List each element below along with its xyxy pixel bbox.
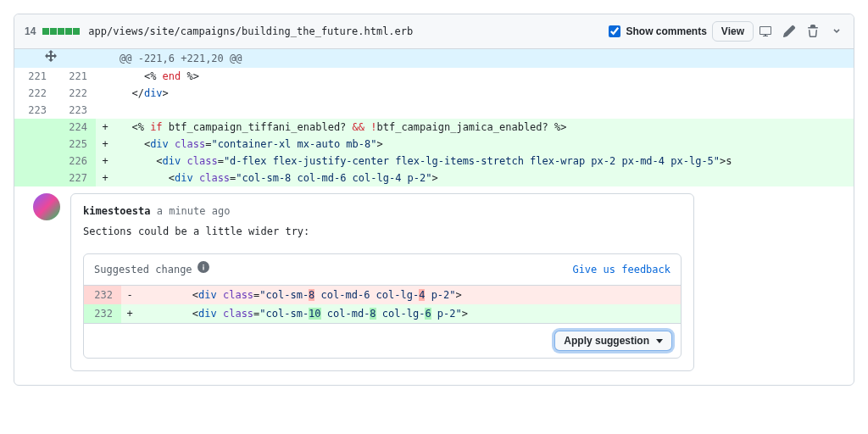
code-cell: <% if btf_campaign_tiffani_enabled? && !… — [114, 119, 854, 136]
hunk-header-row: @@ -221,6 +221,20 @@ — [14, 49, 854, 68]
avatar[interactable] — [33, 193, 60, 220]
code-cell: <div class="col-sm-10 col-md-8 col-lg-6 … — [138, 304, 681, 323]
line-number-new[interactable]: 224 — [55, 119, 96, 136]
code-cell: <div class="container-xl mx-auto mb-8"> — [114, 136, 854, 153]
file-container: 14 app/views/site/campaigns/building_the… — [14, 14, 854, 386]
line-number-old[interactable] — [14, 136, 55, 153]
suggestion-removed-line: 232- <div class="col-sm-8 col-md-6 col-l… — [84, 286, 681, 304]
line-number: 232 — [84, 286, 121, 304]
line-number-new[interactable]: 225 — [55, 136, 96, 153]
change-count: 14 — [25, 25, 36, 37]
code-cell: <div class="col-sm-8 col-md-6 col-lg-4 p… — [138, 286, 681, 304]
diff-marker — [96, 68, 114, 85]
expand-hunk-button[interactable] — [14, 49, 96, 68]
apply-suggestion-label: Apply suggestion — [564, 335, 649, 347]
show-comments-label: Show comments — [626, 25, 707, 37]
line-number-new[interactable]: 226 — [55, 153, 96, 170]
diff-stat-bar — [42, 28, 80, 35]
feedback-link[interactable]: Give us feedback — [572, 261, 670, 278]
diff-line-context: 222222 </div> — [14, 85, 854, 102]
chevron-down-icon — [656, 339, 663, 343]
code-cell: <% end %> — [114, 68, 854, 85]
diff-marker — [96, 85, 114, 102]
apply-suggestion-button[interactable]: Apply suggestion — [554, 331, 672, 351]
diff-line-addition: 225+ <div class="container-xl mx-auto mb… — [14, 136, 854, 153]
diff-marker — [96, 102, 114, 119]
file-header: 14 app/views/site/campaigns/building_the… — [14, 14, 854, 49]
diff-table: @@ -221,6 +221,20 @@ 221221 <% end %>222… — [14, 49, 854, 186]
line-number-new[interactable]: 227 — [55, 170, 96, 186]
file-path[interactable]: app/views/site/campaigns/building_the_fu… — [88, 25, 413, 37]
review-comment: kimestoesta a minute ago Sections could … — [70, 193, 694, 371]
code-cell — [114, 102, 854, 119]
line-number: 232 — [84, 304, 121, 323]
suggestion-diff: 232- <div class="col-sm-8 col-md-6 col-l… — [84, 286, 681, 323]
line-number-old[interactable] — [14, 170, 55, 186]
diff-line-addition: 224+ <% if btf_campaign_tiffani_enabled?… — [14, 119, 854, 136]
diff-marker: + — [96, 136, 114, 153]
diff-line-addition: 226+ <div class="d-flex flex-justify-cen… — [14, 153, 854, 170]
diff-marker: + — [96, 153, 114, 170]
diff-marker: + — [96, 119, 114, 136]
suggested-change: Suggested change Give us feedback 232- <… — [83, 253, 682, 359]
line-number-new[interactable]: 222 — [55, 85, 96, 102]
code-cell: <div class="d-flex flex-justify-center f… — [114, 153, 854, 170]
comment-time[interactable]: a minute ago — [157, 205, 231, 217]
code-cell: </div> — [114, 85, 854, 102]
comment-container-row: kimestoesta a minute ago Sections could … — [14, 186, 854, 385]
line-number-new[interactable]: 221 — [55, 68, 96, 85]
display-icon[interactable] — [759, 25, 772, 38]
line-number-old[interactable]: 221 — [14, 68, 55, 85]
suggestion-added-line: 232+ <div class="col-sm-10 col-md-8 col-… — [84, 304, 681, 323]
line-number-old[interactable]: 222 — [14, 85, 55, 102]
comment-body: Sections could be a little wider try: — [71, 220, 693, 250]
comment-author[interactable]: kimestoesta — [83, 205, 150, 217]
diff-line-context: 223223 — [14, 102, 854, 119]
pencil-icon[interactable] — [782, 25, 796, 38]
line-number-old[interactable] — [14, 119, 55, 136]
trash-icon[interactable] — [806, 25, 820, 38]
show-comments-toggle[interactable]: Show comments — [605, 23, 707, 40]
diff-line-context: 221221 <% end %> — [14, 68, 854, 85]
diff-marker: - — [121, 286, 138, 304]
diff-marker: + — [96, 170, 114, 186]
diff-line-addition: 227+ <div class="col-sm-8 col-md-6 col-l… — [14, 170, 854, 186]
diff-marker: + — [121, 304, 138, 323]
diff-body: @@ -221,6 +221,20 @@ 221221 <% end %>222… — [14, 49, 854, 186]
comment-header: kimestoesta a minute ago — [71, 194, 693, 220]
suggested-change-label: Suggested change — [94, 261, 192, 278]
line-number-new[interactable]: 223 — [55, 102, 96, 119]
hunk-header-text: @@ -221,6 +221,20 @@ — [114, 49, 854, 68]
chevron-down-icon[interactable] — [830, 25, 843, 38]
info-icon[interactable] — [198, 261, 209, 278]
line-number-old[interactable]: 223 — [14, 102, 55, 119]
code-cell: <div class="col-sm-8 col-md-6 col-lg-4 p… — [114, 170, 854, 186]
show-comments-checkbox[interactable] — [609, 25, 620, 37]
line-number-old[interactable] — [14, 153, 55, 170]
view-file-button[interactable]: View — [712, 21, 754, 42]
